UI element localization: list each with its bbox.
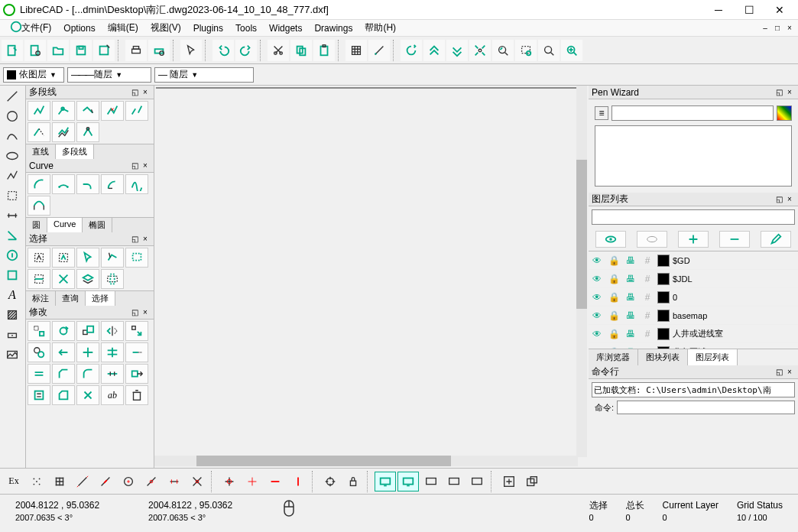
mdi-minimize-button[interactable]: – bbox=[760, 23, 770, 34]
construct-icon[interactable]: # bbox=[641, 255, 654, 266]
mod-offset[interactable] bbox=[28, 364, 50, 384]
arc-c[interactable] bbox=[28, 174, 50, 194]
color-swatch[interactable] bbox=[657, 255, 670, 267]
snap-grid[interactable] bbox=[49, 472, 70, 491]
layer-row[interactable]: 👁🔒🖶#业务区域 bbox=[589, 343, 798, 349]
spline[interactable] bbox=[125, 174, 148, 194]
cut-button[interactable] bbox=[268, 40, 289, 61]
horizontal-scrollbar[interactable] bbox=[154, 456, 578, 466]
construct-icon[interactable]: # bbox=[641, 292, 654, 303]
mod-bevel[interactable] bbox=[52, 364, 75, 384]
float-icon[interactable]: ◱ bbox=[774, 194, 784, 205]
zoom-out-button[interactable] bbox=[446, 40, 468, 61]
drawing-canvas[interactable]: 南汇图 ▲ 图纸 bbox=[156, 87, 576, 89]
construct-icon[interactable]: # bbox=[641, 329, 654, 339]
layer-list-header[interactable]: 图层列表◱× bbox=[589, 193, 798, 206]
lock-icon[interactable]: 🔒 bbox=[607, 274, 621, 284]
tab-library[interactable]: 库浏览器 bbox=[589, 349, 638, 365]
cmd-header[interactable]: 命令行◱× bbox=[589, 365, 798, 379]
float-icon[interactable]: ◱ bbox=[129, 87, 140, 98]
print-icon[interactable]: 🖶 bbox=[624, 292, 637, 303]
arc-ang[interactable] bbox=[101, 174, 124, 194]
print-icon[interactable]: 🖶 bbox=[624, 329, 637, 339]
pl-draw[interactable] bbox=[28, 101, 50, 121]
menu-view[interactable]: 视图(V) bbox=[144, 20, 187, 36]
construct-icon[interactable]: # bbox=[641, 310, 654, 321]
tab-select[interactable]: 选择 bbox=[86, 291, 115, 306]
zoom-window-button[interactable] bbox=[515, 40, 537, 61]
sel-single[interactable] bbox=[76, 248, 99, 268]
redo-button[interactable] bbox=[235, 40, 257, 61]
modify-tool[interactable] bbox=[2, 226, 23, 245]
print-icon[interactable]: 🖶 bbox=[624, 274, 637, 284]
sel-contour[interactable] bbox=[101, 248, 124, 268]
mod-attr[interactable] bbox=[52, 385, 75, 405]
screen-2[interactable] bbox=[397, 472, 419, 491]
mod-rotate[interactable] bbox=[52, 321, 75, 341]
float-icon[interactable]: ◱ bbox=[774, 367, 784, 378]
close-icon[interactable]: × bbox=[140, 307, 151, 318]
snap-dist[interactable] bbox=[164, 472, 185, 491]
maximize-button[interactable]: ☐ bbox=[734, 1, 764, 19]
layer-remove[interactable] bbox=[719, 231, 750, 248]
mod-revert[interactable] bbox=[52, 342, 75, 362]
pen-color-picker[interactable] bbox=[777, 105, 792, 121]
construct-icon[interactable]: # bbox=[641, 274, 654, 284]
grid-toggle-button[interactable] bbox=[345, 40, 367, 61]
copy-button[interactable] bbox=[290, 40, 312, 61]
linetype-combo[interactable]: ——— 随层▼ bbox=[67, 67, 151, 83]
layer-row[interactable]: 👁🔒🖶#$GD bbox=[589, 251, 798, 270]
restrict-ortho[interactable] bbox=[242, 472, 263, 491]
pen-color-dropdown[interactable] bbox=[611, 105, 774, 121]
arc-tan[interactable] bbox=[76, 174, 99, 194]
select-tool[interactable] bbox=[2, 187, 23, 205]
sel-intline[interactable] bbox=[101, 269, 124, 289]
new-file-button[interactable] bbox=[2, 40, 23, 61]
mod-trim2[interactable] bbox=[101, 342, 124, 362]
pl-delbetween[interactable] bbox=[125, 101, 148, 121]
snap-int[interactable] bbox=[187, 472, 208, 491]
menu-drawings[interactable]: Drawings bbox=[308, 21, 358, 35]
menu-plugins[interactable]: Plugins bbox=[187, 21, 229, 35]
mod-lengthen[interactable] bbox=[125, 342, 148, 362]
eye-icon[interactable]: 👁 bbox=[590, 329, 604, 339]
mod-scale[interactable] bbox=[76, 321, 99, 341]
lock-icon[interactable]: 🔒 bbox=[607, 329, 621, 339]
snap-ex[interactable]: Ex bbox=[3, 472, 24, 491]
mdi-restore-button[interactable]: □ bbox=[772, 23, 783, 34]
print-icon[interactable]: 🖶 bbox=[624, 255, 637, 266]
menu-tools[interactable]: Tools bbox=[229, 21, 263, 35]
cmd-input[interactable] bbox=[617, 401, 795, 414]
zoom-fit-button[interactable] bbox=[561, 40, 582, 61]
tab-query[interactable]: 查询 bbox=[56, 291, 86, 306]
hatch-tool[interactable] bbox=[2, 306, 23, 324]
float-icon[interactable]: ◱ bbox=[129, 161, 140, 171]
menu-help[interactable]: 帮助(H) bbox=[358, 20, 402, 36]
pl-add[interactable] bbox=[52, 101, 75, 121]
mod-mirror[interactable] bbox=[101, 321, 124, 341]
tab-layers[interactable]: 图层列表 bbox=[688, 349, 738, 365]
cursor-button[interactable] bbox=[180, 40, 202, 61]
lock-icon[interactable]: 🔒 bbox=[607, 310, 621, 321]
mod-rot2[interactable] bbox=[28, 342, 50, 362]
dock-add[interactable] bbox=[498, 472, 520, 491]
mod-explode[interactable] bbox=[76, 385, 99, 405]
dimension-tool[interactable] bbox=[2, 206, 23, 225]
spline-pts[interactable] bbox=[28, 196, 50, 216]
vertical-scrollbar[interactable] bbox=[576, 86, 587, 457]
image-tool[interactable] bbox=[2, 345, 23, 364]
mod-del[interactable] bbox=[125, 385, 148, 405]
tab-ellipse[interactable]: 椭圆 bbox=[83, 218, 112, 232]
pl-seg[interactable] bbox=[76, 122, 99, 142]
snap-mid[interactable] bbox=[141, 472, 162, 491]
sel-all-des[interactable] bbox=[28, 248, 50, 268]
mod-moverot[interactable] bbox=[125, 321, 148, 341]
mod-stretch[interactable] bbox=[125, 364, 148, 384]
polyline-tool[interactable] bbox=[2, 167, 23, 185]
layer-filter-input[interactable] bbox=[592, 209, 795, 225]
snap-on[interactable] bbox=[95, 472, 116, 491]
select-panel-header[interactable]: 选择◱× bbox=[26, 232, 154, 246]
float-icon[interactable]: ◱ bbox=[129, 234, 140, 245]
float-icon[interactable]: ◱ bbox=[774, 87, 784, 98]
ellipse-tool[interactable] bbox=[2, 147, 23, 165]
